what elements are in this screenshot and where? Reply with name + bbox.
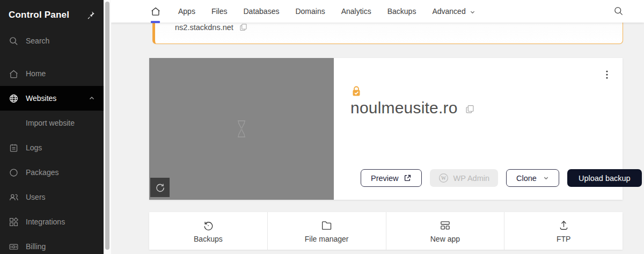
website-card-details: noulmeusite.ro Preview bbox=[334, 58, 623, 200]
sidebar-item-integrations[interactable]: Integrations bbox=[0, 209, 104, 234]
sidebar-item-import-website[interactable]: Import website bbox=[0, 111, 104, 135]
quick-action-label: FTP bbox=[557, 235, 570, 243]
hourglass-icon bbox=[235, 119, 248, 139]
pin-icon[interactable] bbox=[86, 11, 95, 19]
site-thumbnail bbox=[149, 58, 334, 200]
nameserver-alert: ns2.stackdns.net bbox=[152, 23, 623, 44]
tab-apps[interactable]: Apps bbox=[170, 7, 203, 16]
svg-text:W: W bbox=[441, 176, 446, 181]
chevron-up-icon bbox=[89, 95, 95, 101]
new-app-icon bbox=[440, 220, 451, 231]
circle-icon bbox=[9, 168, 19, 178]
sidebar-item-packages[interactable]: Packages bbox=[0, 160, 104, 185]
folder-icon bbox=[321, 220, 332, 231]
external-link-icon bbox=[404, 174, 412, 182]
active-tab-indicator bbox=[151, 21, 160, 23]
sidebar-item-home[interactable]: Home bbox=[0, 61, 104, 86]
site-domain: noulmeusite.ro bbox=[350, 99, 458, 117]
quick-action-label: New app bbox=[430, 235, 460, 243]
tab-backups[interactable]: Backups bbox=[379, 7, 425, 16]
quick-action-label: File manager bbox=[305, 235, 349, 243]
billing-icon bbox=[9, 242, 19, 252]
website-card: noulmeusite.ro Preview bbox=[149, 58, 623, 200]
refresh-thumbnail-button[interactable] bbox=[150, 178, 170, 197]
home-icon bbox=[9, 69, 19, 79]
sidebar-item-label: Packages bbox=[26, 168, 58, 177]
tab-advanced[interactable]: Advanced bbox=[424, 7, 483, 16]
tab-domains[interactable]: Domains bbox=[287, 7, 333, 16]
copy-icon[interactable] bbox=[466, 105, 474, 114]
tab-files[interactable]: Files bbox=[203, 7, 236, 16]
sidebar-item-users[interactable]: Users bbox=[0, 185, 104, 209]
sidebar-item-label: Websites bbox=[26, 94, 56, 103]
sidebar-item-websites[interactable]: Websites bbox=[0, 86, 104, 111]
sidebar-search-label: Search bbox=[26, 37, 49, 45]
site-title-row: noulmeusite.ro bbox=[350, 99, 474, 117]
quick-action-ftp[interactable]: FTP bbox=[504, 212, 623, 250]
logs-calendar-icon bbox=[9, 143, 19, 153]
tab-databases[interactable]: Databases bbox=[235, 7, 287, 16]
quick-action-new-app[interactable]: New app bbox=[386, 212, 504, 250]
copy-icon[interactable] bbox=[240, 24, 247, 31]
kebab-menu-icon[interactable] bbox=[603, 70, 611, 79]
sidebar-item-label: Billing bbox=[26, 242, 46, 251]
search-icon bbox=[9, 36, 19, 46]
quick-actions-bar: Backups File manager New app bbox=[149, 212, 623, 250]
site-actions: Preview W WP Admin Clone bbox=[361, 169, 642, 187]
chevron-down-icon bbox=[543, 175, 549, 181]
page-scrollbar-track bbox=[104, 0, 111, 254]
nameserver-value: ns2.stackdns.net bbox=[175, 23, 233, 32]
app-title: Control Panel bbox=[9, 10, 69, 20]
chevron-down-icon bbox=[470, 9, 475, 15]
sidebar-item-logs[interactable]: Logs bbox=[0, 135, 104, 160]
lock-check-icon bbox=[352, 86, 361, 97]
sidebar-item-label: Users bbox=[26, 193, 46, 201]
wp-admin-button[interactable]: W WP Admin bbox=[430, 169, 498, 187]
page-scrollbar-thumb[interactable] bbox=[105, 2, 109, 250]
quick-action-backups[interactable]: Backups bbox=[149, 212, 267, 250]
search-icon[interactable] bbox=[613, 6, 624, 16]
sidebar-header: Control Panel bbox=[0, 0, 104, 30]
integrations-icon bbox=[9, 217, 19, 227]
clone-button[interactable]: Clone bbox=[506, 169, 559, 187]
upload-icon bbox=[558, 220, 569, 231]
control-panel-app: Control Panel Search Home Websites bbox=[0, 0, 644, 254]
refresh-icon bbox=[156, 183, 165, 192]
site-toolbar: Apps Files Databases Domains Analytics B… bbox=[111, 0, 644, 23]
preview-button[interactable]: Preview bbox=[361, 169, 422, 187]
sidebar-item-label: Home bbox=[26, 69, 46, 78]
page-content: ns2.stackdns.net bbox=[111, 23, 644, 254]
sidebar: Control Panel Search Home Websites bbox=[0, 0, 104, 254]
sidebar-item-label: Integrations bbox=[26, 217, 65, 226]
quick-action-label: Backups bbox=[194, 235, 223, 243]
upload-backup-button[interactable]: Upload backup bbox=[567, 169, 642, 187]
sidebar-item-label: Import website bbox=[26, 119, 75, 127]
globe-icon bbox=[9, 93, 19, 104]
main-area: Apps Files Databases Domains Analytics B… bbox=[111, 0, 644, 254]
users-icon bbox=[9, 192, 19, 202]
sidebar-item-billing[interactable]: Billing bbox=[0, 234, 104, 254]
sidebar-search[interactable]: Search bbox=[0, 30, 104, 52]
sidebar-item-label: Logs bbox=[26, 143, 42, 152]
restore-icon bbox=[202, 220, 214, 231]
tab-analytics[interactable]: Analytics bbox=[333, 7, 379, 16]
quick-action-file-manager[interactable]: File manager bbox=[267, 212, 386, 250]
wordpress-icon: W bbox=[438, 173, 449, 183]
tab-site-home[interactable] bbox=[150, 6, 161, 17]
site-toolbar-tabs: Apps Files Databases Domains Analytics B… bbox=[170, 7, 484, 16]
